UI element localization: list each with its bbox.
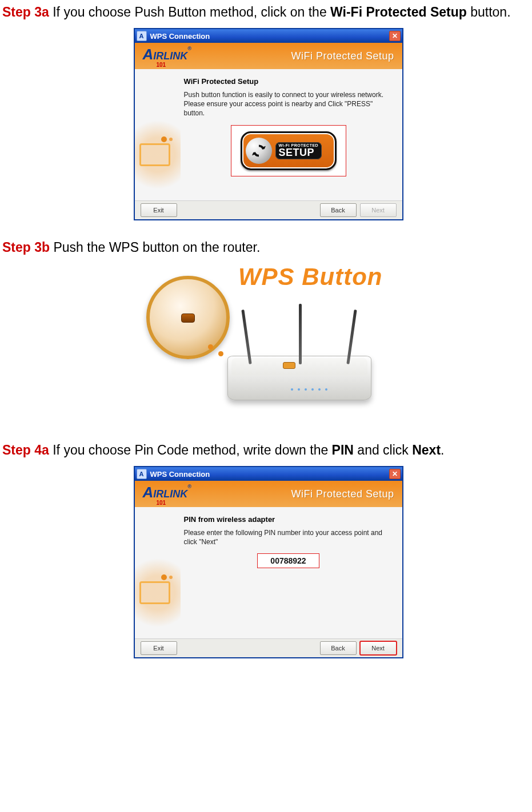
step-4a-bold2: Next: [412, 443, 441, 457]
router-icon: [227, 356, 371, 400]
pin-value: 00788922: [257, 553, 319, 568]
dialog-a-desc: Push button function is easily to connec…: [184, 90, 393, 118]
wps-button-label: WPS Button: [238, 263, 383, 291]
router-figure: WPS Button: [2, 263, 532, 423]
header-band: AIRLINK® 101 WiFi Protected Setup: [135, 481, 402, 507]
next-button[interactable]: Next: [360, 641, 397, 655]
wps-dialog-pin-figure: A WPS Connection ✕ AIRLINK® 101 WiFi Pro…: [2, 466, 532, 658]
step-4a-heading: Step 4a If you choose Pin Code method, w…: [2, 443, 532, 458]
close-icon[interactable]: ✕: [389, 469, 401, 479]
step-3b-label: Step 3b: [2, 240, 50, 255]
app-icon: A: [137, 469, 147, 479]
step-4a-bold1: PIN: [332, 443, 354, 457]
step-3b-text: Push the WPS button on the router.: [50, 240, 260, 255]
header-band: AAirLinkIRLINK® 101 WiFi Protected Setup: [135, 43, 402, 69]
app-icon: A: [137, 31, 147, 41]
step-3b-heading: Step 3b Push the WPS button on the route…: [2, 240, 532, 255]
dialog-a-heading: WiFi Protected Setup: [184, 77, 393, 86]
back-button[interactable]: Back: [320, 203, 357, 217]
step-3a-label: Step 3a: [2, 5, 49, 19]
next-button: Next: [360, 203, 397, 217]
button-row: Exit Back Next: [135, 638, 402, 657]
step-4a-text-after: .: [441, 443, 444, 457]
titlebar: A WPS Connection ✕: [135, 467, 402, 481]
step-3a-bold: Wi-Fi Protected Setup: [330, 5, 467, 19]
close-icon[interactable]: ✕: [389, 31, 401, 41]
back-button[interactable]: Back: [320, 641, 357, 655]
dialog-b-heading: PIN from wireless adapter: [184, 515, 393, 524]
wifi-protected-setup-button[interactable]: Wi-Fi PROTECTED SETUP: [241, 131, 337, 170]
step-3a-heading: Step 3a If you choose Push Button method…: [2, 5, 532, 20]
wps-connection-window-pin: A WPS Connection ✕ AIRLINK® 101 WiFi Pro…: [134, 466, 403, 658]
wps-button-text: Wi-Fi PROTECTED SETUP: [275, 142, 322, 159]
window-title: WPS Connection: [150, 470, 210, 479]
button-row: Exit Back Next: [135, 200, 402, 219]
brand-logo: AIRLINK® 101: [143, 484, 191, 505]
titlebar: A WPS Connection ✕: [135, 29, 402, 43]
wps-connection-window: A WPS Connection ✕ AAirLinkIRLINK® 101 W…: [134, 28, 403, 220]
wps-physical-button-icon: [181, 313, 195, 323]
header-setup-text: WiFi Protected Setup: [291, 488, 394, 500]
wps-arrows-icon: [246, 138, 272, 164]
exit-button[interactable]: Exit: [141, 203, 177, 217]
step-3a-text-after: button.: [467, 5, 511, 19]
exit-button[interactable]: Exit: [141, 641, 177, 655]
step-4a-mid: and click: [354, 443, 412, 457]
brand-logo: AAirLinkIRLINK® 101: [143, 46, 191, 67]
dialog-b-desc: Please enter the following PIN number in…: [184, 528, 393, 546]
wps-dialog-push-figure: A WPS Connection ✕ AAirLinkIRLINK® 101 W…: [2, 28, 532, 220]
side-decoration: [135, 507, 181, 638]
step-3a-text-before: If you choose Push Button method, click …: [49, 5, 330, 19]
side-decoration: [135, 69, 181, 200]
step-4a-label: Step 4a: [2, 443, 49, 457]
header-setup-text: WiFi Protected Setup: [291, 50, 394, 62]
step-4a-text-before: If you choose Pin Code method, write dow…: [49, 443, 332, 457]
wps-button-outline: Wi-Fi PROTECTED SETUP: [231, 125, 346, 176]
window-title: WPS Connection: [150, 32, 210, 41]
